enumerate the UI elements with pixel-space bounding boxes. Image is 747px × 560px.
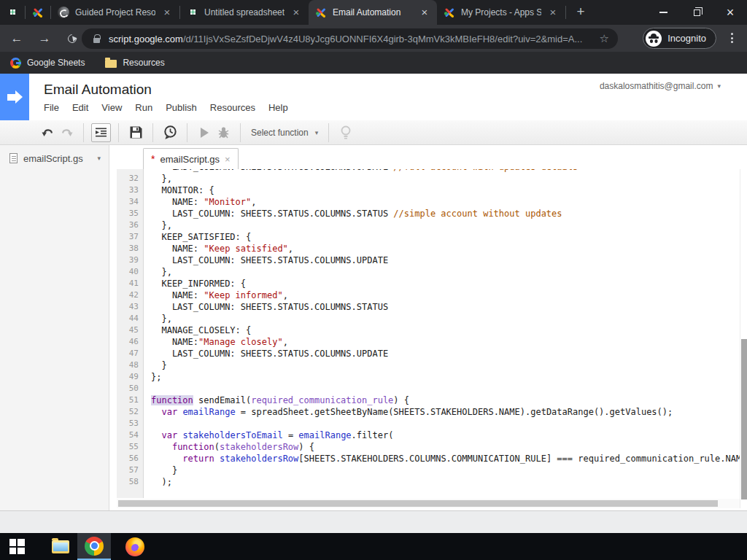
taskbar-file-explorer[interactable] xyxy=(44,533,77,560)
menu-help[interactable]: Help xyxy=(268,102,288,113)
code-text: }, xyxy=(144,313,172,324)
menu-edit[interactable]: Edit xyxy=(72,102,88,113)
apps-script-logo[interactable] xyxy=(0,74,29,120)
code-line[interactable]: 55 function(stakeholdersRow) { xyxy=(117,441,740,453)
start-button[interactable] xyxy=(0,533,34,560)
code-line[interactable]: 41 KEEP_INFORMED: { xyxy=(117,278,740,289)
line-number: 41 xyxy=(117,278,144,289)
tab-close-icon[interactable]: × xyxy=(419,7,430,18)
horizontal-scrollbar[interactable] xyxy=(117,499,740,508)
redo-button[interactable] xyxy=(57,123,76,142)
code-line[interactable]: 38 NAME: "Keep satisfied", xyxy=(117,243,740,254)
code-line[interactable]: 52 var emailRange = spreadSheet.getSheet… xyxy=(117,406,740,418)
window-controls: × xyxy=(646,0,747,25)
line-number: 44 xyxy=(117,313,144,324)
code-line[interactable]: 47 LAST_COLUMN: SHEETS.STATUS.COLUMNS.UP… xyxy=(117,348,740,359)
code-line[interactable]: 49}; xyxy=(117,371,740,383)
file-item-emailscript[interactable]: emailScript.gs ▾ xyxy=(0,149,109,168)
browser-tab-untitled-spreadsheet[interactable]: Untitled spreadsheet × xyxy=(180,0,309,25)
back-button[interactable]: ← xyxy=(6,28,28,50)
code-line[interactable]: 56 return stakeholdersRow[SHEETS.STAKEHO… xyxy=(117,453,740,464)
url-path: /d/11IjsVxSeZsfDeDjwV4z4U8yJcg6UONNFI6X4… xyxy=(183,34,582,44)
code-line[interactable]: 46 NAME:"Manage closely", xyxy=(117,336,740,348)
forward-button[interactable]: → xyxy=(34,28,55,50)
code-text xyxy=(144,383,151,394)
code-line[interactable]: 42 NAME: "Keep informed", xyxy=(117,289,740,301)
code-line[interactable]: 39 LAST_COLUMN: SHEETS.STATUS.COLUMNS.UP… xyxy=(117,254,740,266)
editor-tab-close-icon[interactable]: × xyxy=(225,154,231,165)
menu-resources[interactable]: Resources xyxy=(210,102,255,113)
pinned-tab-apps-script[interactable] xyxy=(26,0,50,25)
account-menu[interactable]: daskalosmathitis@gmail.com ▾ xyxy=(600,81,721,91)
vertical-scrollbar-thumb[interactable] xyxy=(741,339,747,499)
menu-file[interactable]: File xyxy=(44,102,59,113)
indent-icon xyxy=(96,128,107,137)
window-close-button[interactable]: × xyxy=(713,0,747,25)
tab-close-icon[interactable]: × xyxy=(161,7,173,18)
execution-transcript-button[interactable] xyxy=(160,123,179,142)
bookmark-folder-resources[interactable]: Resources xyxy=(105,58,164,68)
project-title[interactable]: Email Automation xyxy=(44,82,152,98)
tab-title: Untitled spreadsheet xyxy=(204,7,285,18)
page-footer-strip xyxy=(0,510,747,533)
tab-close-icon[interactable]: × xyxy=(290,7,302,18)
file-options-chevron-icon[interactable]: ▾ xyxy=(97,155,101,162)
taskbar-firefox[interactable] xyxy=(118,533,152,560)
undo-button[interactable] xyxy=(38,123,57,142)
code-line[interactable]: 33 MONITOR: { xyxy=(117,184,740,196)
tab-title: Guided Project Resou xyxy=(75,7,155,18)
select-function-dropdown[interactable]: Select function ▾ xyxy=(248,128,321,138)
code-line[interactable]: 37 KEEP_SATISFIED: { xyxy=(117,231,740,243)
new-tab-button[interactable]: + xyxy=(570,2,591,23)
code-line[interactable]: 58 ); xyxy=(117,476,740,488)
debug-button[interactable] xyxy=(214,123,233,142)
bookmark-google-sheets[interactable]: Google Sheets xyxy=(10,58,85,69)
code-line[interactable]: 43 LAST_COLUMN: SHEETS.STATUS.COLUMNS.ST… xyxy=(117,301,740,313)
line-number: 43 xyxy=(117,301,144,313)
code-text: NAME:"Manage closely", xyxy=(144,336,288,348)
window-minimize-button[interactable] xyxy=(646,0,680,25)
reload-button[interactable] xyxy=(61,28,83,50)
taskbar xyxy=(0,533,747,560)
browser-tab-my-projects[interactable]: My Projects - Apps Sc × xyxy=(437,0,565,25)
menu-view[interactable]: View xyxy=(101,102,122,113)
pinned-tab-sheets[interactable] xyxy=(0,0,25,25)
lock-icon[interactable] xyxy=(93,38,100,43)
code-line[interactable]: 53 xyxy=(117,418,740,429)
menu-publish[interactable]: Publish xyxy=(166,102,197,113)
code-line[interactable]: 40 }, xyxy=(117,266,740,278)
code-line[interactable]: 44 }, xyxy=(117,313,740,324)
firefox-icon xyxy=(125,537,144,556)
bookmarks-bar: Google Sheets Resources xyxy=(0,52,747,74)
url-text[interactable]: script.google.com/d/11IjsVxSeZsfDeDjwV4z… xyxy=(109,34,594,44)
tab-close-icon[interactable]: × xyxy=(547,7,559,18)
code-line[interactable]: 32 }, xyxy=(117,173,740,184)
code-line[interactable]: 36 }, xyxy=(117,219,740,231)
code-line[interactable]: 48 } xyxy=(117,359,740,371)
bookmark-star-icon[interactable]: ☆ xyxy=(600,32,609,45)
save-button[interactable] xyxy=(126,123,145,142)
code-line[interactable]: 34 NAME: "Monitor", xyxy=(117,196,740,208)
vertical-scrollbar[interactable] xyxy=(740,169,747,508)
run-button[interactable] xyxy=(195,123,214,142)
code-line[interactable]: 57 } xyxy=(117,464,740,476)
editor-tab-emailscript[interactable]: * emailScript.gs × xyxy=(143,148,239,169)
menu-run[interactable]: Run xyxy=(135,102,152,113)
indentation-button[interactable] xyxy=(91,123,111,142)
suggestions-button[interactable] xyxy=(336,123,355,142)
browser-menu-button[interactable] xyxy=(725,31,738,44)
code-line[interactable]: 35 LAST_COLUMN: SHEETS.STATUS.COLUMNS.ST… xyxy=(117,208,740,219)
taskbar-chrome-active[interactable] xyxy=(77,533,111,560)
code-line[interactable]: 54 var stakeholdersToEmail = emailRange.… xyxy=(117,429,740,441)
browser-tab-guided-project[interactable]: Guided Project Resou × xyxy=(51,0,179,25)
browser-tab-email-automation-active[interactable]: Email Automation × xyxy=(309,0,437,25)
code-text: }, xyxy=(144,219,172,231)
code-line[interactable]: 45 MANAGE_CLOSELY: { xyxy=(117,324,740,336)
code-line[interactable]: 51function sendEmail(required_communicat… xyxy=(117,394,740,406)
menu-bar: File Edit View Run Publish Resources Hel… xyxy=(44,102,288,113)
code-line[interactable]: 50 xyxy=(117,383,740,394)
code-viewport[interactable]: 31 LAST_COLUMN: SHEETS.STATUS.COLUMNS.UP… xyxy=(117,169,740,498)
horizontal-scrollbar-thumb[interactable] xyxy=(118,500,718,507)
address-bar[interactable]: script.google.com/d/11IjsVxSeZsfDeDjwV4z… xyxy=(82,28,618,49)
window-restore-button[interactable] xyxy=(680,0,713,25)
